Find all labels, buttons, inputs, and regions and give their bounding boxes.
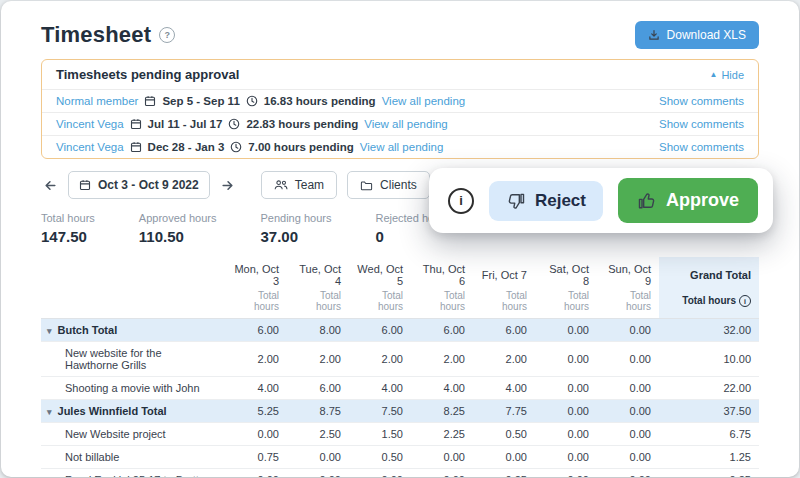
day-header-cell: Fri, Oct 7 [473, 257, 535, 290]
hours-cell: 0.00 [597, 469, 659, 478]
row-label: Read Ezekiel 25:17 to Brett [65, 474, 199, 477]
grand-total-cell: 32.00 [659, 319, 759, 342]
hours-cell: 7.75 [473, 400, 535, 423]
hours-cell: 0.00 [535, 469, 597, 478]
view-all-pending-link[interactable]: View all pending [360, 141, 444, 153]
calendar-icon [130, 141, 142, 153]
project-row: New Website project0.002.501.502.250.500… [41, 423, 759, 446]
show-comments-link[interactable]: Show comments [659, 118, 744, 130]
group-total-row: ▾Butch Total6.008.006.006.006.000.000.00… [41, 319, 759, 342]
summary-label: Total hours [41, 212, 95, 224]
day-header-cell: Thu, Oct 6 [411, 257, 473, 290]
hours-cell: 0.00 [535, 319, 597, 342]
clock-icon [228, 118, 240, 130]
summary-item: Approved hours110.50 [139, 212, 217, 245]
hours-cell: 2.00 [287, 342, 349, 377]
day-header-cell: Wed, Oct 5 [349, 257, 411, 290]
summary-value: 147.50 [41, 228, 95, 245]
hours-cell: 0.00 [535, 377, 597, 400]
hours-cell: 2.00 [349, 342, 411, 377]
pending-approval-panel: Timesheets pending approval ▲ Hide Norma… [41, 59, 759, 159]
view-all-pending-link[interactable]: View all pending [382, 95, 466, 107]
hours-cell: 4.00 [349, 377, 411, 400]
group-total-row: ▾Jules Winnfield Total5.258.757.508.257.… [41, 400, 759, 423]
row-label-cell: New Website project [41, 423, 225, 446]
row-label: Butch Total [58, 324, 118, 336]
view-all-pending-link[interactable]: View all pending [364, 118, 448, 130]
hours-cell: 8.25 [411, 400, 473, 423]
team-filter-button[interactable]: Team [261, 171, 337, 199]
hours-cell: 0.00 [597, 400, 659, 423]
total-hours-subheader: Total hours [411, 290, 473, 319]
collapse-caret-icon[interactable]: ▾ [47, 407, 52, 417]
hours-cell: 0.75 [225, 446, 287, 469]
prev-week-button[interactable] [41, 176, 60, 195]
pending-hours-text: 16.83 hours pending [264, 95, 376, 107]
summary-value: 110.50 [139, 228, 217, 245]
hours-cell: 2.50 [287, 423, 349, 446]
calendar-icon [79, 179, 91, 191]
hours-cell: 0.00 [473, 446, 535, 469]
reject-button[interactable]: Reject [489, 181, 603, 221]
grand-total-subheader: Total hoursi [659, 290, 759, 319]
date-range-text: Sep 5 - Sep 11 [162, 95, 239, 107]
row-label-cell: Not billable [41, 446, 225, 469]
day-header-cell: Sat, Oct 8 [535, 257, 597, 290]
grand-total-cell: 10.00 [659, 342, 759, 377]
total-hours-subheader: Total hours [349, 290, 411, 319]
collapse-caret-icon[interactable]: ▾ [47, 326, 52, 336]
hours-cell: 6.00 [411, 319, 473, 342]
date-range-text: Jul 11 - Jul 17 [148, 118, 223, 130]
row-label: Jules Winnfield Total [58, 405, 167, 417]
hours-cell: 5.25 [225, 400, 287, 423]
hours-cell: 4.00 [411, 377, 473, 400]
hours-cell: 0.00 [535, 423, 597, 446]
row-label-cell: ▾Butch Total [41, 319, 225, 342]
hours-cell: 0.50 [473, 423, 535, 446]
row-label-cell: Shooting a movie with John [41, 377, 225, 400]
total-hours-subheader: Total hours [287, 290, 349, 319]
project-row: Shooting a movie with John4.006.004.004.… [41, 377, 759, 400]
pending-row: Normal memberSep 5 - Sep 1116.83 hours p… [42, 89, 758, 112]
next-week-button[interactable] [218, 176, 237, 195]
hours-cell: 6.00 [225, 319, 287, 342]
hours-cell: 0.00 [535, 400, 597, 423]
grand-total-cell: 6.75 [659, 423, 759, 446]
hours-cell: 6.00 [287, 377, 349, 400]
row-label: New Website project [65, 428, 166, 440]
info-icon: i [739, 295, 751, 307]
hours-cell: 2.25 [411, 423, 473, 446]
member-link[interactable]: Vincent Vega [56, 141, 124, 153]
show-comments-link[interactable]: Show comments [659, 141, 744, 153]
hours-cell: 6.00 [473, 319, 535, 342]
date-range-button[interactable]: Oct 3 - Oct 9 2022 [68, 171, 210, 199]
hours-cell: 8.00 [287, 319, 349, 342]
grand-total-cell: 22.00 [659, 377, 759, 400]
show-comments-link[interactable]: Show comments [659, 95, 744, 107]
member-link[interactable]: Normal member [56, 95, 138, 107]
clients-filter-button[interactable]: Clients [347, 171, 430, 199]
team-icon [274, 179, 288, 191]
summary-value: 37.00 [260, 228, 331, 245]
timesheet-table-wrap: Mon, Oct 3Tue, Oct 4Wed, Oct 5Thu, Oct 6… [41, 257, 759, 477]
hours-cell: 0.00 [535, 342, 597, 377]
help-icon[interactable]: ? [159, 27, 175, 43]
hours-cell: 0.00 [225, 423, 287, 446]
day-header-cell: Sun, Oct 9 [597, 257, 659, 290]
summary-item: Pending hours37.00 [260, 212, 331, 245]
timesheet-app: Timesheet ? Download XLS Timesheets pend… [1, 1, 799, 477]
hours-cell: 0.00 [597, 319, 659, 342]
download-xls-button[interactable]: Download XLS [635, 21, 759, 49]
approve-button[interactable]: Approve [618, 178, 758, 223]
info-icon[interactable]: i [448, 188, 474, 214]
hours-cell: 0.00 [597, 377, 659, 400]
chevron-up-icon: ▲ [709, 70, 717, 79]
member-link[interactable]: Vincent Vega [56, 118, 124, 130]
hours-cell: 2.00 [411, 342, 473, 377]
subheader-row: Total hoursTotal hoursTotal hoursTotal h… [41, 290, 759, 319]
grand-total-cell: 37.50 [659, 400, 759, 423]
total-hours-subheader: Total hours [597, 290, 659, 319]
row-label: Not billable [65, 451, 119, 463]
folder-icon [360, 180, 373, 191]
hide-link[interactable]: ▲ Hide [709, 69, 744, 81]
